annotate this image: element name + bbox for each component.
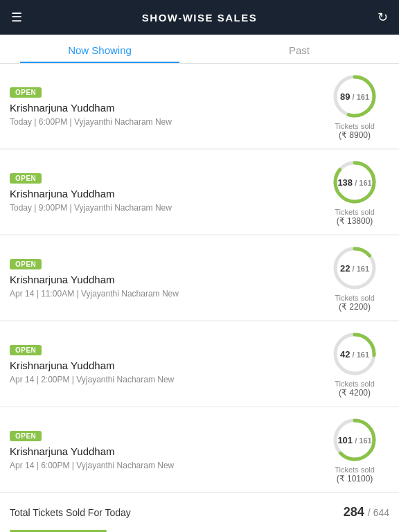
refresh-icon[interactable]: ↻ bbox=[378, 10, 388, 25]
show-item[interactable]: OPEN Krishnarjuna Yuddham Apr 14 | 6:00P… bbox=[0, 407, 399, 492]
tabs-container: Now Showing Past bbox=[0, 35, 399, 64]
chart-area: 138 / 161 Tickets sold (₹ 13800) bbox=[320, 158, 389, 226]
show-info: OPEN Krishnarjuna Yuddham Today | 6:00PM… bbox=[10, 85, 320, 127]
donut-chart: 101 / 161 bbox=[330, 416, 379, 464]
shows-list: OPEN Krishnarjuna Yuddham Today | 6:00PM… bbox=[0, 64, 399, 532]
show-info: OPEN Krishnarjuna Yuddham Apr 14 | 6:00P… bbox=[10, 429, 320, 470]
donut-chart: 138 / 161 bbox=[330, 158, 379, 206]
tickets-sold-label: Tickets sold bbox=[335, 294, 375, 302]
donut-chart: 42 / 161 bbox=[330, 330, 379, 378]
donut-chart: 89 / 161 bbox=[330, 72, 379, 121]
donut-label: 138 / 161 bbox=[337, 177, 371, 188]
footer-label: Total Tickets Sold For Today bbox=[10, 507, 131, 518]
app-header: ☰ SHOW-WISE SALES ↻ bbox=[0, 0, 399, 35]
header-title: SHOW-WISE SALES bbox=[142, 12, 257, 24]
show-details: Apr 14 | 6:00PM | Vyjayanthi Nacharam Ne… bbox=[10, 461, 320, 470]
show-item[interactable]: OPEN Krishnarjuna Yuddham Apr 14 | 2:00P… bbox=[0, 321, 399, 406]
footer-count: 284 / 644 bbox=[344, 505, 389, 520]
footer-sold: 284 bbox=[344, 505, 364, 519]
donut-label: 22 / 161 bbox=[340, 263, 369, 274]
tickets-sold-label: Tickets sold bbox=[335, 466, 375, 474]
open-badge: OPEN bbox=[10, 431, 42, 441]
tickets-amount: (₹ 13800) bbox=[337, 216, 373, 226]
show-details: Today | 6:00PM | Vyjayanthi Nacharam New bbox=[10, 117, 320, 127]
chart-area: 42 / 161 Tickets sold (₹ 4200) bbox=[320, 330, 389, 398]
tickets-amount: (₹ 4200) bbox=[339, 388, 371, 398]
footer-bar: Total Tickets Sold For Today 284 / 644 bbox=[0, 492, 399, 532]
chart-area: 101 / 161 Tickets sold (₹ 10100) bbox=[320, 416, 389, 484]
donut-label: 89 / 161 bbox=[340, 91, 369, 102]
tickets-sold-label: Tickets sold bbox=[335, 380, 375, 388]
show-name: Krishnarjuna Yuddham bbox=[10, 102, 320, 114]
menu-icon[interactable]: ☰ bbox=[11, 10, 22, 25]
tab-now-showing[interactable]: Now Showing bbox=[0, 35, 200, 63]
show-details: Apr 14 | 11:00AM | Vyjayanthi Nacharam N… bbox=[10, 289, 320, 299]
show-name: Krishnarjuna Yuddham bbox=[10, 445, 320, 457]
tickets-amount: (₹ 10100) bbox=[337, 474, 373, 484]
show-name: Krishnarjuna Yuddham bbox=[10, 360, 320, 371]
show-details: Today | 9:00PM | Vyjayanthi Nacharam New bbox=[10, 203, 320, 213]
show-item[interactable]: OPEN Krishnarjuna Yuddham Today | 6:00PM… bbox=[0, 64, 399, 148]
show-details: Apr 14 | 2:00PM | Vyjayanthi Nacharam Ne… bbox=[10, 375, 320, 384]
show-item[interactable]: OPEN Krishnarjuna Yuddham Today | 9:00PM… bbox=[0, 150, 399, 234]
show-info: OPEN Krishnarjuna Yuddham Apr 14 | 11:00… bbox=[10, 257, 320, 299]
donut-chart: 22 / 161 bbox=[330, 244, 379, 292]
chart-area: 89 / 161 Tickets sold (₹ 8900) bbox=[320, 72, 389, 140]
show-name: Krishnarjuna Yuddham bbox=[10, 274, 320, 285]
show-info: OPEN Krishnarjuna Yuddham Today | 9:00PM… bbox=[10, 171, 320, 213]
chart-area: 22 / 161 Tickets sold (₹ 2200) bbox=[320, 244, 389, 312]
open-badge: OPEN bbox=[10, 345, 42, 355]
open-badge: OPEN bbox=[10, 259, 42, 269]
donut-label: 42 / 161 bbox=[340, 349, 369, 360]
tickets-sold-label: Tickets sold bbox=[335, 208, 375, 216]
tickets-sold-label: Tickets sold bbox=[335, 122, 375, 130]
open-badge: OPEN bbox=[10, 87, 42, 98]
show-item[interactable]: OPEN Krishnarjuna Yuddham Apr 14 | 11:00… bbox=[0, 236, 399, 320]
tickets-amount: (₹ 8900) bbox=[339, 130, 371, 140]
show-info: OPEN Krishnarjuna Yuddham Apr 14 | 2:00P… bbox=[10, 343, 320, 384]
donut-label: 101 / 161 bbox=[337, 435, 371, 445]
tab-past[interactable]: Past bbox=[200, 35, 399, 63]
show-name: Krishnarjuna Yuddham bbox=[10, 188, 320, 200]
footer-total: / 644 bbox=[368, 507, 389, 518]
tickets-amount: (₹ 2200) bbox=[339, 302, 371, 312]
open-badge: OPEN bbox=[10, 173, 42, 184]
